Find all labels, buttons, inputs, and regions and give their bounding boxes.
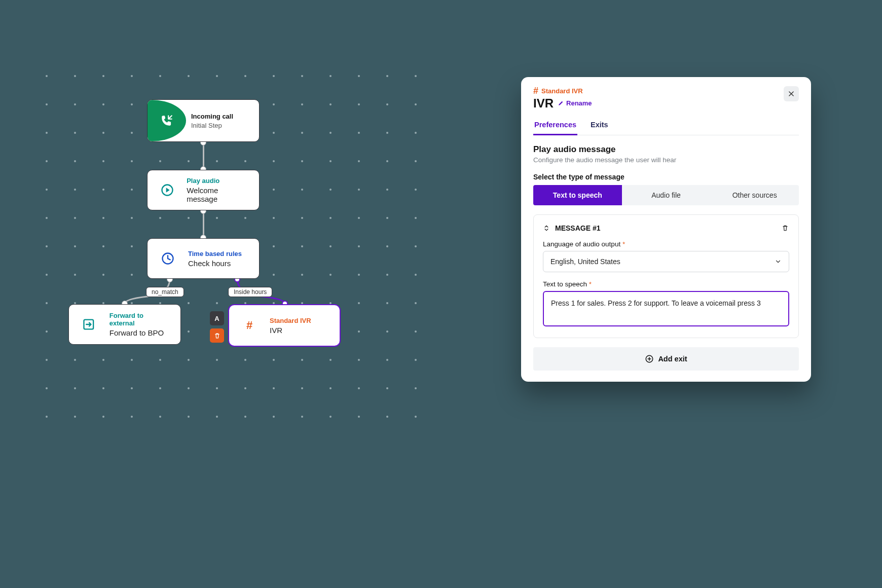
section-subtitle: Configure the audio message the user wil…: [533, 156, 799, 164]
node-title: Welcome message: [187, 186, 249, 203]
close-icon: [788, 90, 795, 97]
flow-node-forward-external[interactable]: Forward to external Forward to BPO: [68, 304, 181, 345]
trash-icon: [213, 332, 221, 340]
pencil-icon: [558, 100, 564, 106]
forward-icon: [69, 305, 109, 344]
seg-audio-file[interactable]: Audio file: [622, 185, 711, 205]
panel-node-title: IVR: [533, 96, 554, 111]
flow-node-time-rules[interactable]: Time based rules Check hours: [147, 238, 260, 279]
panel-tabs: Preferences Exits: [533, 116, 799, 135]
message-card: MESSAGE #1 Language of audio output * En…: [533, 214, 799, 338]
panel-node-type: # Standard IVR: [533, 86, 592, 95]
tab-preferences[interactable]: Preferences: [533, 116, 577, 135]
flow-edge: [203, 210, 204, 238]
message-card-title: MESSAGE #1: [555, 224, 600, 232]
phone-incoming-icon: [148, 100, 186, 141]
node-title: IVR: [270, 326, 311, 335]
hash-icon: #: [229, 305, 270, 346]
node-category: Time based rules: [188, 250, 242, 258]
node-action-rename[interactable]: A: [210, 311, 224, 325]
seg-text-to-speech[interactable]: Text to speech: [533, 185, 622, 205]
flow-node-incoming-call[interactable]: Incoming call Initial Step: [147, 99, 260, 142]
collapse-icon[interactable]: [543, 225, 550, 232]
flow-node-standard-ivr[interactable]: # Standard IVR IVR: [228, 304, 341, 347]
language-select[interactable]: English, United States: [543, 251, 789, 272]
edge-label-inside: Inside hours: [228, 287, 272, 297]
clock-icon: [148, 239, 188, 278]
tts-textarea[interactable]: [543, 291, 789, 326]
edge-label-nomatch: no_match: [146, 287, 184, 297]
language-value: English, United States: [550, 258, 620, 266]
node-title: Check hours: [188, 259, 242, 268]
flow-node-play-audio[interactable]: Play audio Welcome message: [147, 170, 260, 210]
tts-label: Text to speech *: [543, 280, 789, 288]
tab-exits[interactable]: Exits: [590, 116, 609, 135]
play-circle-icon: [148, 170, 187, 210]
node-action-delete[interactable]: [210, 328, 224, 343]
node-category: Forward to external: [109, 312, 170, 327]
message-type-segmented: Text to speech Audio file Other sources: [533, 185, 799, 205]
node-category: Incoming call: [191, 113, 233, 120]
trash-icon[interactable]: [781, 224, 789, 232]
chevron-down-icon: [775, 258, 782, 265]
language-label: Language of audio output *: [543, 240, 789, 248]
node-title: Initial Step: [191, 122, 233, 129]
node-category: Play audio: [187, 177, 249, 185]
letter-a-icon: A: [214, 315, 219, 322]
node-category: Standard IVR: [270, 317, 311, 324]
rename-button[interactable]: Rename: [558, 99, 592, 107]
section-title: Play audio message: [533, 144, 799, 155]
node-title: Forward to BPO: [109, 328, 170, 337]
seg-other-sources[interactable]: Other sources: [710, 185, 799, 205]
plus-circle-icon: [645, 354, 654, 363]
close-button[interactable]: [784, 86, 799, 101]
hash-icon: #: [533, 86, 538, 95]
node-config-panel: # Standard IVR IVR Rename Preferences Ex…: [521, 77, 811, 382]
required-asterisk: *: [589, 280, 592, 288]
add-exit-button[interactable]: Add exit: [533, 347, 799, 371]
required-asterisk: *: [622, 240, 625, 248]
flow-edge: [203, 142, 204, 170]
message-type-label: Select the type of message: [533, 173, 799, 181]
